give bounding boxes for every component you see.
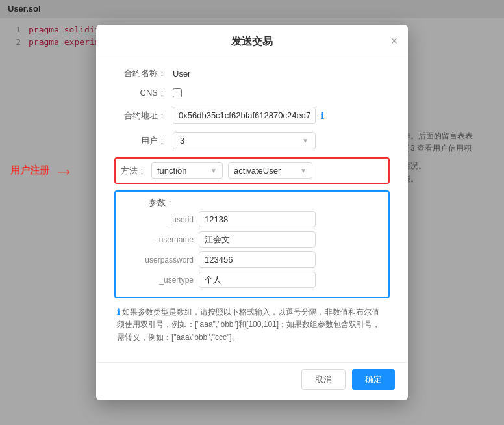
dialog-close-button[interactable]: ×	[390, 35, 397, 47]
cancel-button[interactable]: 取消	[301, 369, 346, 390]
contract-address-row: 合约地址： ℹ	[114, 107, 390, 124]
dialog-title: 发送交易	[231, 35, 273, 49]
method-name-select[interactable]: activateUser ▼	[228, 162, 312, 179]
user-select[interactable]: 3 ▼	[173, 132, 316, 149]
params-box: 参数： _userid _username _userpassword _use…	[114, 190, 390, 298]
param-input-usertype[interactable]	[199, 272, 316, 288]
contract-address-label: 合约地址：	[114, 110, 166, 122]
param-input-username[interactable]	[199, 231, 316, 248]
dialog-body: 合约名称： User CNS： 合约地址： ℹ 用户： 3 ▼	[96, 57, 408, 362]
method-name-value: activateUser	[234, 166, 281, 175]
confirm-button[interactable]: 确定	[352, 369, 395, 390]
info-icon[interactable]: ℹ	[321, 110, 324, 121]
chevron-down-icon: ▼	[300, 167, 307, 174]
contract-address-input[interactable]	[173, 107, 316, 124]
annotation-text: 用户注册	[10, 164, 49, 177]
param-name-userpassword: _userpassword	[122, 255, 194, 264]
param-input-userpassword[interactable]	[199, 251, 316, 268]
param-row-username: _username	[122, 231, 382, 248]
param-row-usertype: _usertype	[122, 272, 382, 288]
hint-text: ℹ 如果参数类型是数组，请按照以下格式输入，以逗号分隔，非数值和布尔值须使用双引…	[114, 306, 390, 344]
dialog-header: 发送交易 ×	[96, 25, 408, 57]
params-header-row: 参数：	[122, 197, 382, 209]
method-type-value: function	[157, 166, 187, 175]
annotation: 用户注册 →	[10, 161, 74, 181]
cns-label: CNS：	[114, 87, 166, 99]
send-transaction-dialog: 发送交易 × 合约名称： User CNS： 合约地址： ℹ 用	[96, 25, 408, 400]
param-name-username: _username	[122, 235, 194, 244]
user-row: 用户： 3 ▼	[114, 132, 390, 149]
modal-overlay: 发送交易 × 合约名称： User CNS： 合约地址： ℹ 用	[0, 0, 504, 425]
method-row-wrapper: 用户注册 → 方法： function ▼ activateUser ▼	[114, 157, 390, 184]
arrow-icon: →	[53, 161, 74, 181]
param-name-userid: _userid	[122, 215, 194, 224]
contract-name-row: 合约名称： User	[114, 68, 390, 79]
contract-name-value: User	[173, 69, 190, 79]
hint-content: 如果参数类型是数组，请按照以下格式输入，以逗号分隔，非数值和布尔值须使用双引号，…	[117, 307, 380, 341]
chevron-down-icon: ▼	[302, 137, 309, 144]
user-select-value: 3	[180, 136, 184, 146]
param-row-userpassword: _userpassword	[122, 251, 382, 268]
cns-checkbox[interactable]	[173, 88, 182, 97]
method-row: 方法： function ▼ activateUser ▼	[114, 157, 390, 184]
param-input-userid[interactable]	[199, 211, 316, 227]
method-label: 方法：	[121, 165, 146, 177]
contract-name-label: 合约名称：	[114, 68, 166, 79]
chevron-down-icon: ▼	[210, 167, 217, 174]
param-row-userid: _userid	[122, 211, 382, 227]
param-name-usertype: _usertype	[122, 276, 194, 285]
user-label: 用户：	[114, 135, 166, 147]
cns-row: CNS：	[114, 87, 390, 99]
dialog-footer: 取消 确定	[96, 362, 408, 400]
params-label: 参数：	[122, 197, 174, 209]
hint-icon: ℹ	[117, 307, 120, 316]
method-type-select[interactable]: function ▼	[151, 162, 223, 179]
